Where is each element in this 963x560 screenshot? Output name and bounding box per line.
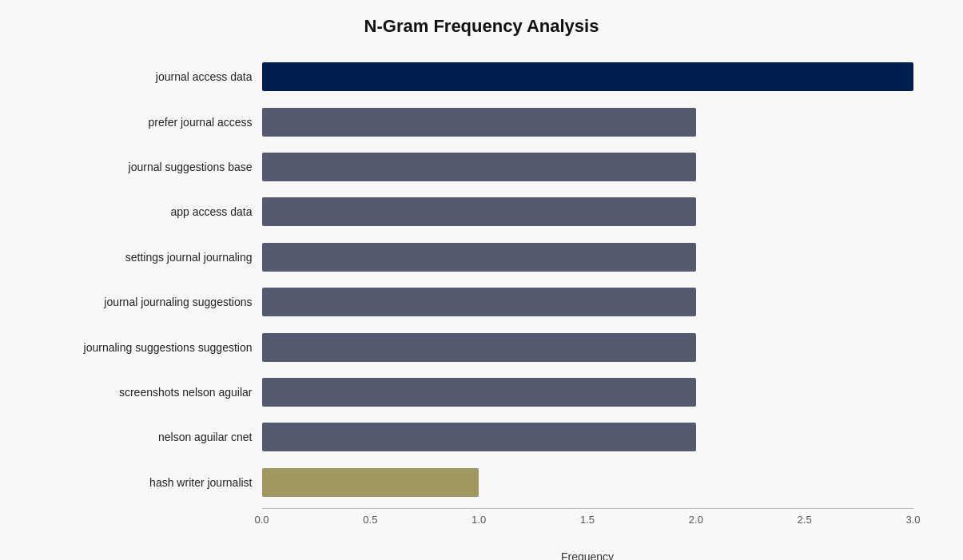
x-tick: 2.5 <box>798 514 812 526</box>
x-axis-label: Frequency <box>262 550 913 560</box>
bar-row: journal access data <box>50 56 913 97</box>
bar-label: journal journaling suggestions <box>50 296 262 308</box>
bar-label: nelson aguilar cnet <box>50 431 262 443</box>
bar-fill <box>262 197 696 226</box>
bar-row: app access data <box>50 191 913 232</box>
bar-track <box>262 108 913 137</box>
bar-track <box>262 423 913 451</box>
bars-section: journal access dataprefer journal access… <box>50 51 913 508</box>
x-ticks-row: 0.00.51.01.52.02.53.0 <box>262 509 913 528</box>
x-tick: 1.0 <box>472 514 486 526</box>
bar-fill <box>262 62 913 91</box>
bar-label: journal suggestions base <box>50 161 262 173</box>
bar-fill <box>262 468 480 497</box>
bar-track <box>262 243 913 272</box>
bar-label: screenshots nelson aguilar <box>50 386 262 399</box>
bar-track <box>262 333 913 362</box>
bar-fill <box>262 243 696 272</box>
bar-label: settings journal journaling <box>50 251 262 264</box>
bar-row: journal journaling suggestions <box>50 281 913 323</box>
bar-track <box>262 153 913 181</box>
chart-container: N-Gram Frequency Analysis journal access… <box>0 0 963 560</box>
bar-track <box>262 62 913 91</box>
chart-area: journal access dataprefer journal access… <box>50 51 913 552</box>
bar-row: journaling suggestions suggestion <box>50 327 913 368</box>
bar-label: prefer journal access <box>50 116 262 129</box>
bar-fill <box>262 288 696 316</box>
x-tick: 2.0 <box>689 514 703 526</box>
bar-fill <box>262 153 696 181</box>
x-tick: 0.0 <box>254 514 269 526</box>
bar-track <box>262 378 913 407</box>
x-tick: 1.5 <box>580 514 595 526</box>
bar-label: journaling suggestions suggestion <box>50 341 262 354</box>
x-tick: 3.0 <box>905 514 920 526</box>
x-axis-wrapper: 0.00.51.01.52.02.53.0 Frequency <box>262 508 913 552</box>
bar-fill <box>262 108 696 137</box>
bar-row: prefer journal access <box>50 101 913 143</box>
bar-label: app access data <box>50 205 262 218</box>
bar-row: settings journal journaling <box>50 236 913 278</box>
bar-track <box>262 288 913 316</box>
bar-label: journal access data <box>50 70 262 83</box>
bar-row: hash writer journalist <box>50 462 913 503</box>
bar-fill <box>262 333 696 362</box>
bar-label: hash writer journalist <box>50 476 262 489</box>
bar-row: nelson aguilar cnet <box>50 416 913 458</box>
bar-fill <box>262 423 696 451</box>
bar-track <box>262 468 913 497</box>
bar-row: journal suggestions base <box>50 146 913 188</box>
bar-row: screenshots nelson aguilar <box>50 371 913 413</box>
bar-fill <box>262 378 696 407</box>
x-tick: 0.5 <box>363 514 377 526</box>
bar-track <box>262 197 913 226</box>
chart-title: N-Gram Frequency Analysis <box>364 16 599 37</box>
